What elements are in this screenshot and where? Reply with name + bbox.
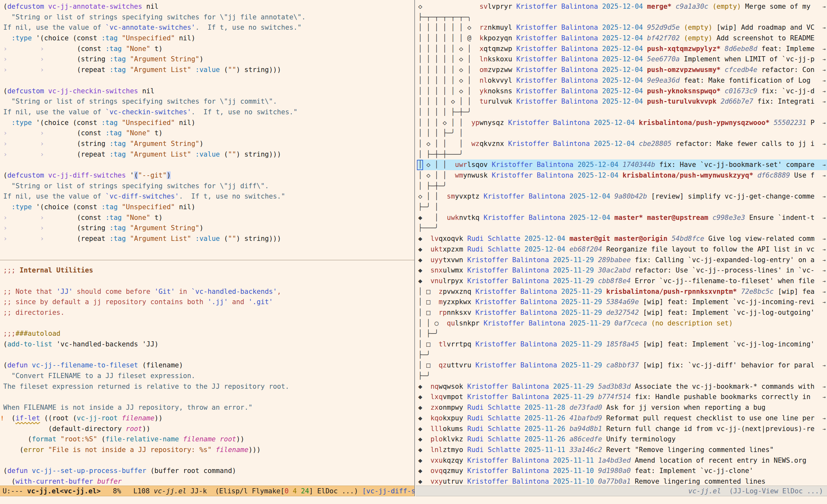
code-line[interactable]: › › (string :tag "Argument String") — [3, 54, 414, 65]
code-line[interactable]: › › (string :tag "Argument String") — [3, 223, 414, 233]
log-row[interactable]: │ ◇ │ │ │ wzqkvznx Kristoffer Balintona … — [418, 138, 827, 149]
log-row[interactable]: │ │ │ │ ◇ │ │ turulvuk Kristoffer Balint… — [418, 96, 827, 107]
code-line[interactable]: (add-to-list 'vc-handled-backends 'JJ) — [3, 339, 414, 350]
code-line[interactable]: If nil, use the value of `vc-annotate-sw… — [3, 22, 414, 33]
log-row[interactable]: ◆ ploklvkz Rudi Schlatte 2025-11-26 a86c… — [418, 434, 827, 445]
code-line[interactable]: › › (repeat :tag "Argument List" :value … — [3, 149, 414, 160]
log-buffer-window[interactable]: ◇ svlvpryr Kristoffer Balintona 2025-12-… — [415, 0, 827, 486]
code-line[interactable]: "Convert FILENAME to a JJ fileset expres… — [3, 371, 414, 381]
log-graph-row[interactable]: ├───╯ — [418, 223, 827, 233]
log-graph-row[interactable]: │ │ │ ├─╯ │ — [418, 128, 827, 138]
log-row[interactable]: │ │ │ │ │ ◇ │ nlokvvyl Kristoffer Balint… — [418, 75, 827, 86]
code-line[interactable]: (if-let ((root (vc-jj-root filename)) — [3, 413, 414, 424]
code-line-blank[interactable] — [3, 392, 414, 402]
log-row[interactable]: │ │ │ │ │ ◇ │ yknoksns Kristoffer Balint… — [418, 86, 827, 97]
log-row[interactable]: │ □ myzxpkwx Kristoffer Balintona 2025-1… — [418, 297, 827, 307]
log-row[interactable]: │ │ │ │ │ ◇ │ omzvpzww Kristoffer Balint… — [418, 65, 827, 75]
code-line-blank[interactable] — [3, 160, 414, 170]
log-graph-row[interactable]: ├─╯ — [418, 371, 827, 381]
code-line[interactable]: The fileset expression returned is relat… — [3, 381, 414, 392]
log-graph-row[interactable]: │ ├─╯ — [418, 328, 827, 339]
log-graph-row[interactable]: │ ├─┼─╯ — [418, 181, 827, 191]
code-line-blank[interactable] — [3, 318, 414, 329]
code-line[interactable]: (default-directory root)) — [3, 424, 414, 434]
code-line[interactable]: › › (repeat :tag "Argument List" :value … — [3, 233, 414, 244]
code-line[interactable]: "String or list of strings specifying sw… — [3, 96, 414, 107]
code-line[interactable]: (defcustom vc-jj-diff-switches '("--git"… — [3, 170, 414, 181]
commit-date: 2025-11-29 — [570, 319, 610, 327]
log-graph-row[interactable]: ├─╯ — [418, 350, 827, 360]
log-row[interactable]: │ □ rpnnksxv Kristoffer Balintona 2025-1… — [418, 307, 827, 318]
log-row[interactable]: │ │ │ ◇ │ │ ypwnysqz Kristoffer Balinton… — [418, 117, 827, 128]
modeline-inactive[interactable]: U:%%- *vc-change-log* Top L16 vc-jj.el (… — [416, 486, 827, 496]
log-row[interactable]: ◆ lnlztmyo Rudi Schlatte 2025-11-11 33a1… — [418, 445, 827, 455]
log-row[interactable]: ◆ kqokxpuy Rudi Schlatte 2025-11-26 41ba… — [418, 413, 827, 424]
log-row[interactable]: ◇ svlvpryr Kristoffer Balintona 2025-12-… — [418, 1, 827, 12]
log-row[interactable]: │ │ │ │ │ ◇ │ lnkskoxu Kristoffer Balint… — [418, 54, 827, 65]
log-row[interactable]: │ □ tlvrrtpq Kristoffer Balintona 2025-1… — [418, 339, 827, 350]
code-line[interactable]: When FILENAME is not inside a JJ reposit… — [3, 402, 414, 413]
code-line[interactable]: › › (const :tag "None" t) — [3, 44, 414, 54]
log-row[interactable]: │ □ zpvwxznq Kristoffer Balintona 2025-1… — [418, 286, 827, 297]
code-line[interactable]: ;; since by default a jj repository cont… — [3, 297, 414, 307]
log-row[interactable]: ◆ lxqvmpot Kristoffer Balintona 2025-11-… — [418, 392, 827, 402]
code-line[interactable]: (defcustom vc-jj-annotate-switches nil — [3, 1, 414, 12]
log-row[interactable]: ◆ vnulrpyx Kristoffer Balintona 2025-11-… — [418, 276, 827, 286]
flymake-warning-icon[interactable]: ! — [0, 413, 4, 424]
code-line[interactable]: › › (repeat :tag "Argument List" :value … — [3, 65, 414, 75]
code-line[interactable]: :type '(choice (const :tag "Unspecified"… — [3, 117, 414, 128]
code-line[interactable]: If nil, use the value of `vc-diff-switch… — [3, 191, 414, 202]
code-line[interactable]: ;; Note that 'JJ' should come before 'Gi… — [3, 286, 414, 297]
code-line-blank[interactable] — [3, 455, 414, 466]
code-line[interactable]: (defun vc-jj--set-up-process-buffer (buf… — [3, 465, 414, 476]
page-break-rule[interactable] — [3, 255, 414, 265]
log-row[interactable]: │ │ ○ qulsnkpr Kristoffer Balintona 2025… — [418, 318, 827, 329]
code-line[interactable]: (defcustom vc-jj-checkin-switches nil — [3, 86, 414, 97]
code-line-blank[interactable] — [3, 276, 414, 286]
log-row[interactable]: ◇ │ │ smyvxptz Kristoffer Balintona 2025… — [418, 191, 827, 202]
code-line[interactable]: (error "File is not inside a JJ reposito… — [3, 445, 414, 455]
log-graph-row[interactable]: ├─╯ │ — [418, 202, 827, 213]
log-row[interactable]: ◆ uyytxvwn Kristoffer Balintona 2025-11-… — [418, 255, 827, 265]
code-line[interactable]: ;;; Internal Utilities — [3, 265, 414, 276]
code-line[interactable]: (defun vc-jj--filename-to-fileset (filen… — [3, 360, 414, 371]
code-line[interactable]: :type '(choice (const :tag "Unspecified"… — [3, 202, 414, 213]
code-line[interactable]: (with-current-buffer buffer — [3, 476, 414, 486]
log-graph-row[interactable]: │ ├─┼─┼───╯ — [418, 149, 827, 160]
code-line[interactable]: "String or list of strings specifying sw… — [3, 181, 414, 191]
log-graph-row[interactable]: ├─┬─┬─┬─┬─┬─╮ — [418, 12, 827, 22]
code-line-blank[interactable] — [3, 244, 414, 255]
log-row[interactable]: │ │ │ │ │ │ ◇ rznkmuyl Kristoffer Balint… — [418, 22, 827, 33]
log-row[interactable]: ◆ ovqqzmuy Kristoffer Balintona 2025-11-… — [418, 465, 827, 476]
code-buffer-window[interactable]: (defcustom vc-jj-annotate-switches nil "… — [0, 0, 414, 486]
log-row[interactable]: ◆ vxyutruv Kristoffer Balintona 2025-11-… — [418, 476, 827, 486]
code-line[interactable]: › › (string :tag "Argument String") — [3, 138, 414, 149]
log-row[interactable]: │ ◇ │ │ uwrlsqov Kristoffer Balintona 20… — [418, 160, 827, 170]
change-id-rest: ulwmx — [443, 266, 463, 274]
log-row[interactable]: │ │ │ │ │ ◇ │ xqtqmzwp Kristoffer Balint… — [418, 44, 827, 54]
code-line[interactable]: ;; directories. — [3, 307, 414, 318]
log-row[interactable]: ◆ uktxpzxm Rudi Schlatte 2025-12-04 eb68… — [418, 244, 827, 255]
log-row[interactable]: │ │ │ │ │ │ @ kkpozyqn Kristoffer Balint… — [418, 33, 827, 44]
code-line[interactable]: :type '(choice (const :tag "Unspecified"… — [3, 33, 414, 44]
log-graph-row[interactable]: │ │ │ │ ├─┼─╯ — [418, 107, 827, 117]
log-row[interactable]: ◆ lvqxoqvk Rudi Schlatte 2025-12-04 mast… — [418, 233, 827, 244]
code-line-blank[interactable] — [3, 75, 414, 86]
code-line[interactable]: (format "root:%S" (file-relative-name fi… — [3, 434, 414, 445]
code-line[interactable]: If nil, use the value of `vc-checkin-swi… — [3, 107, 414, 117]
log-row[interactable]: │ □ qzuttvru Kristoffer Balintona 2025-1… — [418, 360, 827, 371]
log-row[interactable]: ◆ │ uwknvtkq Kristoffer Balintona 2025-1… — [418, 213, 827, 223]
log-row[interactable]: ◆ zxonmpwy Rudi Schlatte 2025-11-28 de73… — [418, 402, 827, 413]
code-line[interactable]: › › (const :tag "None" t) — [3, 128, 414, 138]
log-row[interactable]: ◆ snxulwmx Kristoffer Balintona 2025-11-… — [418, 265, 827, 276]
echo-area[interactable] — [0, 497, 827, 504]
code-line[interactable]: › › (const :tag "None" t) — [3, 213, 414, 223]
log-row[interactable]: ◆ vxukqzqy Kristoffer Balintona 2025-11-… — [418, 455, 827, 466]
code-line[interactable]: "String or list of strings specifying sw… — [3, 12, 414, 22]
modeline-active[interactable]: U:--- vc-jj.el<vc-jj.el> 8% L108 vc-jj.e… — [0, 486, 414, 496]
log-row[interactable]: │ ◇ │ │ wmynwusk Kristoffer Balintona 20… — [418, 170, 827, 181]
log-row[interactable]: ◆ lllokums Rudi Schlatte 2025-11-26 ba94… — [418, 424, 827, 434]
code-line[interactable]: ;;;###autoload — [3, 328, 414, 339]
log-row[interactable]: ◆ nqwqwsok Kristoffer Balintona 2025-11-… — [418, 381, 827, 392]
code-line-blank[interactable] — [3, 350, 414, 360]
